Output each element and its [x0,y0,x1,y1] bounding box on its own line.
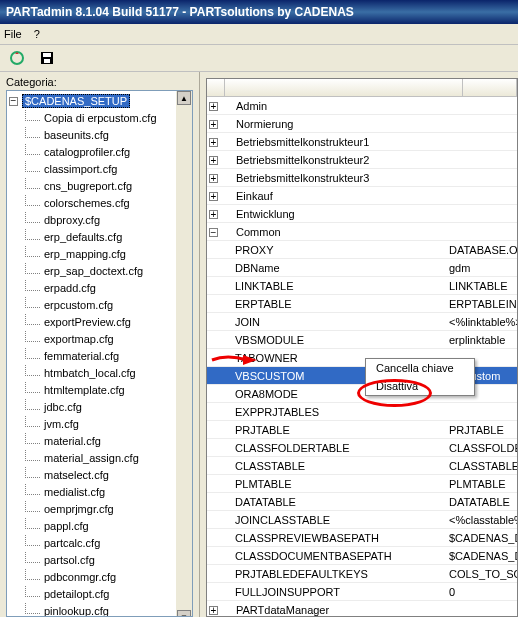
grid-group-row[interactable]: +Admin [207,97,517,115]
grid-value: erplinktable [445,334,517,346]
grid-col-key[interactable] [225,79,463,96]
grid-col-value[interactable] [463,79,517,96]
expand-icon[interactable]: + [209,138,218,147]
grid-data-row[interactable]: PROXYDATABASE.OD [207,241,517,259]
grid-group-row[interactable]: −Common [207,223,517,241]
tree-item[interactable]: erpadd.cfg [7,279,192,296]
grid-header [207,79,517,97]
grid-key: PRJTABLEDEFAULTKEYS [207,568,368,580]
grid-data-row[interactable]: VBSMODULEerplinktable [207,331,517,349]
grid-group-row[interactable]: +Betriebsmittelkonstrukteur1 [207,133,517,151]
grid-group-label: Entwicklung [222,208,295,220]
grid-group-row[interactable]: +Normierung [207,115,517,133]
expand-icon[interactable]: + [209,102,218,111]
tree-item[interactable]: partsol.cfg [7,551,192,568]
grid-data-row[interactable]: PRJTABLEDEFAULTKEYSCOLS_TO_SO [207,565,517,583]
expand-icon[interactable]: + [209,120,218,129]
tree-item[interactable]: catalogprofiler.cfg [7,143,192,160]
tree-item[interactable]: htmltemplate.cfg [7,381,192,398]
grid-data-row[interactable]: FULLJOINSUPPORT0 [207,583,517,601]
tree-item[interactable]: Copia di erpcustom.cfg [7,109,192,126]
tree-item-label: femmaterial.cfg [42,350,121,362]
grid-data-row[interactable]: JOINCLASSTABLE<%classtable%> [207,511,517,529]
window-title: PARTadmin 8.1.04 Build 51177 - PARTsolut… [6,5,354,19]
tree-item[interactable]: colorschemes.cfg [7,194,192,211]
grid-group-row[interactable]: +PARTdataManager [207,601,517,617]
tree-item[interactable]: classimport.cfg [7,160,192,177]
grid-data-row[interactable]: DATATABLEDATATABLE [207,493,517,511]
grid-col-expand[interactable] [207,79,225,96]
grid-group-row[interactable]: +Einkauf [207,187,517,205]
tree-item[interactable]: exportmap.cfg [7,330,192,347]
scroll-up-icon[interactable]: ▲ [177,91,191,105]
menu-help[interactable]: ? [34,28,40,40]
menu-bar: File ? [0,24,518,44]
tree-root[interactable]: −$CADENAS_SETUP [7,93,192,109]
tree-item-label: medialist.cfg [42,486,107,498]
tree-item[interactable]: femmaterial.cfg [7,347,192,364]
tree-item[interactable]: pdetailopt.cfg [7,585,192,602]
tree-item[interactable]: oemprjmgr.cfg [7,500,192,517]
tree-view[interactable]: −$CADENAS_SETUPCopia di erpcustom.cfgbas… [6,90,193,617]
grid-key: FULLJOINSUPPORT [207,586,340,598]
grid[interactable]: +Admin+Normierung+Betriebsmittelkonstruk… [206,78,518,617]
tree-item[interactable]: pdbconmgr.cfg [7,568,192,585]
tree-item[interactable]: matselect.cfg [7,466,192,483]
grid-data-row[interactable]: PLMTABLEPLMTABLE [207,475,517,493]
grid-data-row[interactable]: CLASSDOCUMENTBASEPATH$CADENAS_D [207,547,517,565]
expand-icon[interactable]: + [209,156,218,165]
tree-item[interactable]: erp_sap_doctext.cfg [7,262,192,279]
grid-data-row[interactable]: EXPPRJTABLES [207,403,517,421]
save-button[interactable] [36,47,58,69]
grid-value: DATATABLE [445,496,517,508]
tree-item[interactable]: erpcustom.cfg [7,296,192,313]
tree-item-label: htmbatch_local.cfg [42,367,138,379]
grid-value: $CADENAS_D [445,532,517,544]
grid-data-row[interactable]: CLASSPREVIEWBASEPATH$CADENAS_D [207,529,517,547]
expand-icon[interactable]: + [209,606,218,615]
tree-item-label: pdbconmgr.cfg [42,571,118,583]
tree-item[interactable]: pappl.cfg [7,517,192,534]
grid-group-row[interactable]: +Betriebsmittelkonstrukteur3 [207,169,517,187]
tree-item-label: baseunits.cfg [42,129,111,141]
tree-item-label: cns_bugreport.cfg [42,180,134,192]
tree-item[interactable]: erp_defaults.cfg [7,228,192,245]
tree-item[interactable]: erp_mapping.cfg [7,245,192,262]
ctx-delete-key[interactable]: Cancella chiave [366,359,474,377]
tree-item-label: exportmap.cfg [42,333,116,345]
grid-data-row[interactable]: CLASSFOLDERTABLECLASSFOLDER [207,439,517,457]
grid-data-row[interactable]: LINKTABLELINKTABLE [207,277,517,295]
grid-group-row[interactable]: +Betriebsmittelkonstrukteur2 [207,151,517,169]
grid-data-row[interactable]: ERPTABLEERPTABLEINI [207,295,517,313]
scroll-down-icon[interactable]: ▼ [177,610,191,617]
tree-item[interactable]: htmbatch_local.cfg [7,364,192,381]
expand-icon[interactable]: − [209,228,218,237]
expand-icon[interactable]: + [209,174,218,183]
grid-key: CLASSFOLDERTABLE [207,442,350,454]
grid-data-row[interactable]: CLASSTABLECLASSTABLE [207,457,517,475]
tree-item[interactable]: material.cfg [7,432,192,449]
grid-data-row[interactable]: JOIN<%linktable%>.e [207,313,517,331]
tree-item[interactable]: cns_bugreport.cfg [7,177,192,194]
grid-key: ERPTABLE [207,298,292,310]
scrollbar[interactable]: ▲ ▼ [176,91,192,616]
expand-icon[interactable]: + [209,210,218,219]
tree-item[interactable]: pinlookup.cfg [7,602,192,617]
tree-item[interactable]: partcalc.cfg [7,534,192,551]
grid-data-row[interactable]: DBNamegdm [207,259,517,277]
refresh-button[interactable] [6,47,28,69]
tree-item[interactable]: exportPreview.cfg [7,313,192,330]
tree-item[interactable]: material_assign.cfg [7,449,192,466]
tree-item[interactable]: dbproxy.cfg [7,211,192,228]
tree-item[interactable]: baseunits.cfg [7,126,192,143]
ctx-disable[interactable]: Disattiva [366,377,474,395]
menu-file[interactable]: File [4,28,22,40]
tree-item-label: erp_mapping.cfg [42,248,128,260]
tree-item[interactable]: jvm.cfg [7,415,192,432]
right-pane: +Admin+Normierung+Betriebsmittelkonstruk… [200,72,518,617]
tree-item[interactable]: medialist.cfg [7,483,192,500]
expand-icon[interactable]: + [209,192,218,201]
grid-group-row[interactable]: +Entwicklung [207,205,517,223]
tree-item[interactable]: jdbc.cfg [7,398,192,415]
grid-data-row[interactable]: PRJTABLEPRJTABLE [207,421,517,439]
